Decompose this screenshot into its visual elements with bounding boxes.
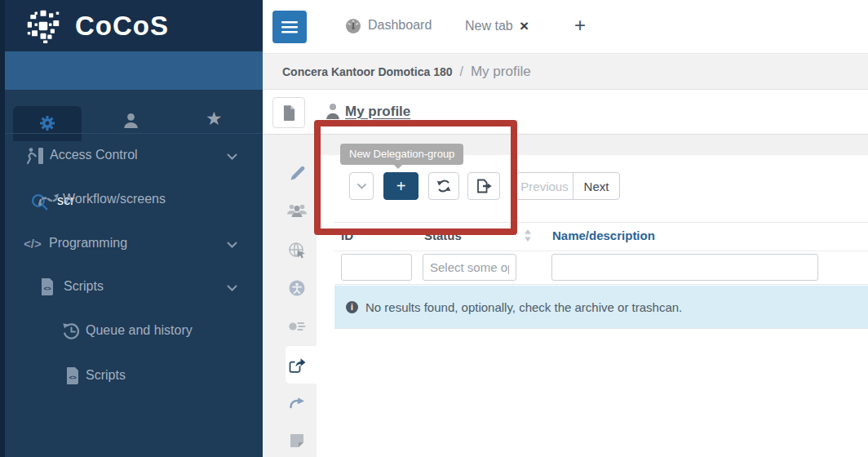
caret-down-icon (357, 184, 366, 189)
info-icon: i (346, 301, 358, 313)
sidebar-item-scripts[interactable]: <> Scripts (0, 276, 263, 300)
note-icon (289, 433, 305, 449)
vertical-tab-users[interactable] (287, 201, 307, 220)
breadcrumb: Concera Kantoor Domotica 180 / My profil… (263, 53, 868, 90)
pencil-icon (289, 165, 305, 181)
script-file-icon: <> (66, 367, 79, 384)
gesture-icon (288, 320, 306, 333)
export-button[interactable] (467, 172, 500, 200)
history-icon (62, 322, 80, 340)
sidebar-item-workflow-screens[interactable]: Workflow/screens (0, 189, 263, 213)
redo-arrow-icon (289, 396, 305, 409)
document-button[interactable] (272, 97, 305, 128)
access-control-icon (24, 147, 44, 165)
tab-new-tab[interactable]: New tab (465, 19, 513, 33)
tooltip-arrow (393, 164, 403, 169)
hamburger-icon (281, 21, 298, 33)
status-filter-select[interactable] (423, 254, 516, 281)
globe-cursor-icon (288, 242, 306, 260)
add-tab-icon[interactable]: + (574, 13, 586, 38)
breadcrumb-separator: / (460, 64, 463, 79)
no-results-alert: i No results found, optionally, check th… (334, 286, 868, 328)
previous-button[interactable]: Previous (516, 172, 574, 200)
profile-person-icon (326, 103, 340, 120)
column-header-id[interactable]: ID (341, 228, 353, 242)
refresh-button[interactable] (428, 172, 459, 200)
vertical-tab-accessibility[interactable] (287, 278, 307, 298)
script-file-icon: <> (41, 278, 54, 295)
document-icon (283, 105, 295, 121)
app-window: CoCoS (0, 0, 868, 457)
sidebar-item-scripts-sub[interactable]: <> Scripts (0, 365, 263, 389)
sidebar-item-queue-and-history[interactable]: Queue and history (0, 320, 263, 344)
gauge-icon (345, 18, 361, 34)
chevron-down-icon (227, 242, 237, 248)
sidebar-item-access-control[interactable]: Access Control (0, 144, 263, 169)
chevron-down-icon (227, 285, 237, 291)
sort-icon[interactable] (523, 229, 533, 242)
tooltip: New Delegation-group (340, 144, 463, 165)
breadcrumb-root[interactable]: Concera Kantoor Domotica 180 (282, 65, 453, 78)
id-filter-input[interactable] (341, 254, 412, 281)
column-header-status[interactable]: Status (424, 228, 462, 242)
app-logo-text: CoCoS (75, 11, 169, 42)
sidebar-edge (0, 0, 5, 457)
page-title: My profile (345, 104, 410, 120)
vertical-tab-share[interactable] (287, 355, 307, 375)
svg-text:<>: <> (43, 285, 51, 292)
table-top-border (334, 222, 868, 223)
export-icon (476, 179, 492, 193)
users-icon (286, 202, 308, 219)
header-divider (334, 251, 868, 251)
share-icon (288, 356, 306, 374)
cocos-logo-icon (24, 9, 62, 43)
alert-message: No results found, optionally, check the … (365, 300, 682, 314)
close-tab-icon[interactable]: × (520, 16, 529, 37)
code-icon: </> (24, 237, 42, 251)
alert-bottom-border (334, 328, 868, 329)
vertical-tab-forward[interactable] (287, 393, 307, 412)
sidebar: CoCoS (0, 0, 263, 457)
accessibility-icon (288, 279, 306, 297)
vertical-tab-gesture[interactable] (287, 317, 307, 336)
menu-toggle-button[interactable] (272, 11, 307, 43)
vertical-tab-notes[interactable] (287, 431, 307, 450)
workflow-icon (38, 191, 60, 207)
logo-bar: CoCoS (0, 0, 263, 51)
chevron-down-icon (227, 153, 237, 160)
plus-icon: + (396, 177, 406, 196)
sidebar-search (0, 90, 263, 134)
vertical-tab-web[interactable] (287, 241, 307, 260)
svg-text:<>: <> (69, 374, 77, 381)
sidebar-tab-strip: ★ (0, 51, 263, 90)
add-delegation-group-button[interactable]: + (383, 172, 418, 200)
vertical-tab-edit[interactable] (287, 163, 307, 183)
dropdown-toggle-button[interactable] (349, 172, 374, 200)
filter-divider (334, 284, 868, 285)
next-button[interactable]: Next (573, 172, 620, 200)
refresh-icon (436, 179, 451, 193)
name-filter-input[interactable] (551, 254, 818, 281)
sidebar-item-programming[interactable]: </> Programming (0, 233, 263, 257)
column-header-name[interactable]: Name/description (552, 228, 655, 242)
breadcrumb-current: My profile (471, 64, 531, 80)
